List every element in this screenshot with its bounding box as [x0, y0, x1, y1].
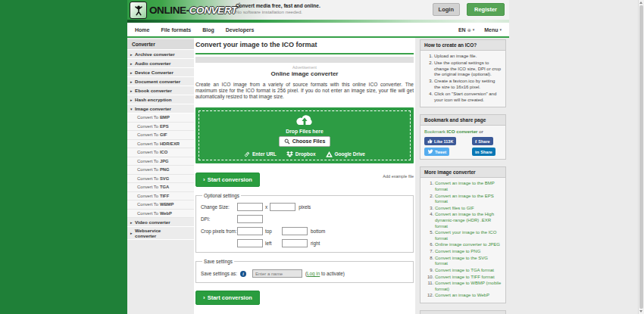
sidebar-subitem-convert-to[interactable]: Convert ToSVG: [127, 175, 194, 184]
facebook-like-button[interactable]: Like 113K: [424, 137, 456, 145]
converter-sidebar: Converter ▸ Archive converter ▸ Audio co…: [127, 39, 194, 240]
crop-top-input[interactable]: [237, 227, 263, 235]
image-converter-box: Image converter PNG to ICOJPG to ICO: [420, 310, 506, 314]
sidebar-item[interactable]: ▸ Archive converter: [127, 50, 194, 59]
converter-link[interactable]: Convert an image to the High dynamic-ran…: [435, 212, 502, 229]
activate-note: (Log in to activate): [305, 271, 345, 276]
scrollbar-thumb[interactable]: [639, 5, 643, 309]
converter-link[interactable]: Online image converter to JPEG: [435, 242, 502, 248]
description-paragraph: Create an ICO image from a variety of so…: [195, 82, 414, 100]
globe-icon: ⊕: [467, 27, 471, 33]
sidebar-item[interactable]: ▸ Device Converter: [127, 68, 194, 77]
sidebar-item-webservice-converter[interactable]: ▸ Webservice converter: [127, 227, 194, 240]
chevron-right-icon: ›: [203, 177, 205, 183]
sidebar-subitem-convert-to[interactable]: Convert ToPNG: [127, 166, 194, 175]
scrollbar-down-arrow[interactable]: [639, 310, 642, 312]
converter-link[interactable]: Convert files to GIF: [435, 206, 502, 212]
scrollbar-up-arrow[interactable]: [639, 2, 642, 4]
converter-link[interactable]: Convert your image to the ICO format: [435, 230, 502, 241]
ico-converter-link[interactable]: ICO converter: [447, 129, 478, 134]
enter-url-button[interactable]: Enter URL: [244, 151, 277, 157]
site-logo[interactable]: ONLINE-CONVERTcom: [130, 2, 241, 19]
facebook-share-button[interactable]: f Share: [472, 137, 493, 145]
thumbs-up-icon: [427, 138, 433, 144]
tagline: Convert media free, fast and online. No …: [236, 3, 320, 15]
advertisement-label: Advertisement: [195, 65, 414, 70]
more-image-converter-box: More image converter Convert an image to…: [420, 166, 506, 303]
dropbox-button[interactable]: Dropbox: [286, 151, 316, 157]
nav-item-developers[interactable]: Developers: [226, 27, 255, 33]
tagline-line2: No software installation needed.: [236, 9, 320, 15]
start-conversion-button-top[interactable]: › Start conversion: [195, 173, 260, 187]
bookmark-share-box: Bookmark and share page Bookmark ICO con…: [420, 114, 506, 160]
sidebar-item[interactable]: ▸ Audio converter: [127, 59, 194, 68]
top-label: top: [265, 229, 282, 234]
sidebar-subitem-convert-to[interactable]: Convert ToWebP: [127, 210, 194, 219]
sidebar-subitem-convert-to[interactable]: Convert ToJPG: [127, 157, 194, 166]
ad-placeholder-bar: [195, 57, 414, 63]
dpi-label: DPI:: [201, 216, 237, 222]
converter-link[interactable]: Convert an image to WebP: [435, 293, 502, 299]
nav-item-file-formats[interactable]: File formats: [161, 27, 191, 33]
sidebar-subitem-convert-to[interactable]: Convert ToICO: [127, 148, 194, 157]
sidebar-subitem-convert-to[interactable]: Convert ToEPS: [127, 123, 194, 132]
register-button[interactable]: Register: [467, 3, 505, 16]
chevron-right-icon: ›: [203, 295, 205, 301]
google-drive-button[interactable]: Google Drive: [326, 151, 365, 157]
height-input[interactable]: [270, 203, 295, 211]
converter-link[interactable]: Convert image to WBMP (mobile format): [435, 281, 502, 292]
converter-link[interactable]: Convert image to TGA format: [435, 268, 502, 274]
language-selector[interactable]: EN ⊕ ▾: [458, 27, 474, 33]
sidebar-subitem-convert-to[interactable]: Convert ToHDR/EXR: [127, 140, 194, 149]
sidebar-item[interactable]: ▸ Document converter: [127, 77, 194, 86]
login-button[interactable]: Login: [433, 3, 460, 16]
howto-step: Create a favicon.ico by setting the size…: [434, 79, 502, 91]
crop-left-input[interactable]: [237, 239, 263, 247]
converter-link[interactable]: Convert image to TIFF format: [435, 275, 502, 281]
optional-settings-fieldset: Optional settings Change Size: x pixels …: [195, 193, 414, 253]
file-dropzone[interactable]: Drop Files here Choose Files: [195, 107, 414, 163]
left-label: left: [265, 241, 282, 246]
converter-link[interactable]: Convert an image to the BMP format: [435, 181, 502, 192]
sidebar-subitem-convert-to[interactable]: Convert ToTGA: [127, 183, 194, 192]
converter-link[interactable]: Convert image to PNG: [435, 249, 502, 255]
sidebar-item[interactable]: ▸ Ebook converter: [127, 86, 194, 95]
settings-name-input[interactable]: [252, 269, 302, 278]
sidebar-title: Converter: [127, 39, 194, 50]
add-example-file-link[interactable]: Add example file: [383, 174, 414, 179]
linkedin-share-button[interactable]: in Share: [472, 148, 496, 156]
sidebar-item-video-converter[interactable]: ▸ Video converter: [127, 218, 194, 227]
nav-item-home[interactable]: Home: [135, 27, 149, 33]
howto-step: Upload an image file.: [434, 54, 502, 60]
width-input[interactable]: [237, 203, 263, 211]
twitter-bird-icon: [427, 149, 433, 154]
sidebar-item[interactable]: ▸ Hash encryption: [127, 95, 194, 104]
sidebar-subitem-convert-to[interactable]: Convert ToGIF: [127, 131, 194, 140]
converter-link[interactable]: Convert image to the SVG format: [435, 256, 502, 267]
crop-bottom-input[interactable]: [282, 227, 308, 235]
save-settings-legend: Save settings: [202, 259, 234, 264]
right-label: right: [311, 241, 320, 246]
change-size-label: Change Size:: [201, 204, 237, 210]
vertical-scrollbar[interactable]: [638, 0, 644, 314]
sidebar-subitem-convert-to[interactable]: Convert ToTIFF: [127, 192, 194, 201]
howto-title: How to create an ICO?: [420, 40, 505, 51]
menu-dropdown[interactable]: Menu ▾: [484, 27, 502, 33]
x-separator: x: [265, 204, 267, 210]
bottom-label: bottom: [311, 229, 325, 234]
choose-files-button[interactable]: Choose Files: [279, 136, 331, 147]
bookmark-label: Bookmark: [424, 129, 445, 134]
sidebar-subitem-convert-to[interactable]: Convert ToBMP: [127, 113, 194, 123]
link-icon: [244, 151, 250, 157]
log-in-link[interactable]: Log in: [307, 271, 320, 276]
dpi-input[interactable]: [237, 215, 263, 223]
crop-right-input[interactable]: [282, 239, 308, 247]
info-icon[interactable]: i: [240, 271, 246, 277]
nav-item-blog[interactable]: Blog: [202, 27, 214, 33]
start-conversion-button-bottom[interactable]: › Start conversion: [195, 291, 260, 305]
tweet-button[interactable]: Tweet: [424, 148, 449, 156]
right-sidebar: How to create an ICO? Upload an image fi…: [420, 39, 506, 314]
sidebar-subitem-convert-to[interactable]: Convert ToWBMP: [127, 201, 194, 210]
converter-link[interactable]: Convert an image to the EPS format: [435, 194, 502, 205]
sidebar-item-image-converter[interactable]: ▾ Image converter: [127, 104, 194, 113]
